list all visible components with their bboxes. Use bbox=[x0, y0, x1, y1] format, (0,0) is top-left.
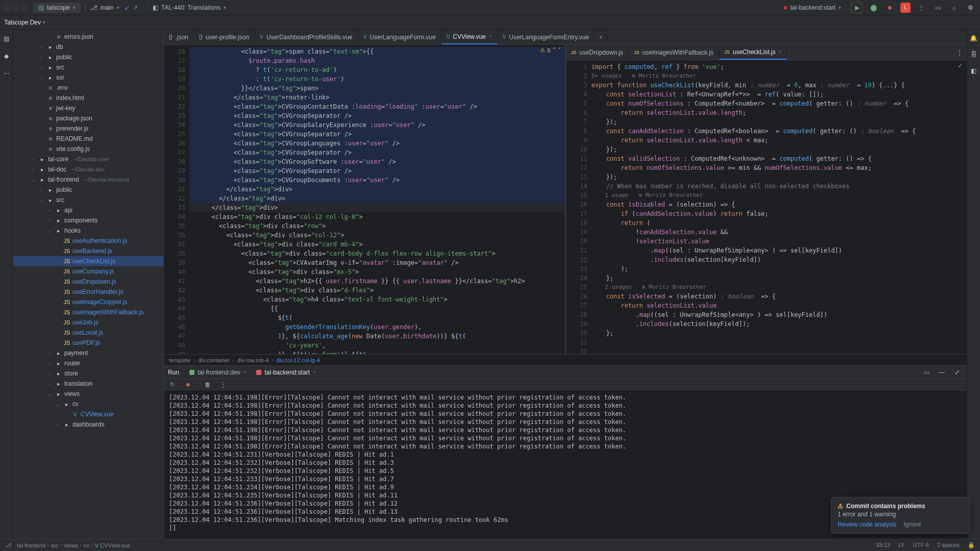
inspection-badge[interactable]: ⚠ 5 ˄ ˅ bbox=[540, 47, 560, 54]
more-icon[interactable]: ⋮ bbox=[957, 49, 963, 56]
code-view[interactable]: import { computed, ref } from 'vue';5+ u… bbox=[592, 60, 967, 354]
tree-file[interactable]: JSuseImagesWithFallback.js bbox=[13, 307, 163, 317]
up-icon[interactable]: ˄ bbox=[553, 47, 556, 54]
settings-icon[interactable]: ⚙ bbox=[965, 2, 976, 13]
cwm-avatar[interactable]: L bbox=[900, 3, 911, 13]
tree-file[interactable]: JSuseCheckList.js bbox=[13, 256, 163, 266]
tab-actions[interactable]: ⋮ bbox=[952, 45, 967, 60]
path-crumb[interactable]: V CVView.vue bbox=[95, 542, 131, 548]
editor-tab[interactable]: JSuseImagesWithFallback.js bbox=[629, 45, 719, 60]
vcs-update-icon[interactable]: ↙ bbox=[125, 4, 130, 11]
gradle-icon[interactable]: ◧ bbox=[968, 65, 979, 77]
project-tool-icon[interactable]: ▤ bbox=[1, 33, 13, 45]
editor-tab[interactable]: JSuseDropdown.js bbox=[566, 45, 629, 60]
tree-file[interactable]: ≡errors.json bbox=[13, 32, 163, 42]
editor-tab[interactable]: {}.json bbox=[164, 30, 194, 44]
path-crumb[interactable]: views bbox=[64, 542, 78, 548]
indent[interactable]: 2 spaces bbox=[937, 542, 960, 548]
tree-file[interactable]: ≡.env bbox=[13, 83, 163, 93]
editor-tab[interactable]: VUserDashboardProfileSkills.vue bbox=[255, 30, 358, 44]
review-link[interactable]: Review code analysis bbox=[838, 521, 896, 528]
tree-folder[interactable]: ›▸ssr bbox=[13, 72, 163, 83]
stop-icon[interactable]: ■ bbox=[182, 379, 193, 390]
readonly-icon[interactable]: 🔒 bbox=[968, 542, 975, 548]
tree-file[interactable]: ≡jwt-key bbox=[13, 103, 163, 113]
gutter[interactable]: 1234567891011121314151617181920212223242… bbox=[566, 60, 592, 354]
editor-pane-left[interactable]: ⚠ 5 ˄ ˅ 16171819202122232425262728293031… bbox=[164, 45, 566, 354]
file-path-crumbs[interactable]: tal-frontend › src › views › cv › V CVVi… bbox=[17, 542, 130, 548]
editor-tab[interactable]: VUserLanguageFormEntry.vue bbox=[498, 30, 595, 44]
notification-balloon[interactable]: ⚠ Commit contains problems 1 error and 1… bbox=[831, 497, 970, 534]
tree-folder[interactable]: ›▸dashboards bbox=[13, 419, 163, 430]
tree-file[interactable]: JSuseErrorHandler.js bbox=[13, 287, 163, 297]
editor-pane-right[interactable]: ✓ 12345678910111213141516171819202122232… bbox=[566, 60, 967, 354]
run-tab[interactable]: tal-backend:start× bbox=[252, 368, 320, 377]
editor-tab[interactable]: JSuseCheckList.js× bbox=[719, 45, 787, 60]
hide-icon[interactable]: ⤢ bbox=[951, 367, 963, 378]
vcs-icon[interactable]: ⎇ bbox=[5, 542, 12, 548]
tree-file[interactable]: ≡README.md bbox=[13, 134, 163, 144]
min-dot[interactable] bbox=[13, 5, 18, 10]
database-icon[interactable]: 🗄 bbox=[968, 49, 979, 60]
close-icon[interactable]: × bbox=[489, 34, 492, 39]
tree-file[interactable]: ≡prerender.js bbox=[13, 123, 163, 134]
tree-folder[interactable]: ›▸payment bbox=[13, 348, 163, 358]
tree-folder[interactable]: ›▸translation bbox=[13, 379, 163, 389]
close-icon[interactable]: × bbox=[779, 49, 782, 55]
tree-file[interactable]: JSuseDropdown.js bbox=[13, 277, 163, 287]
run-tab[interactable]: tal-frontend:dev× bbox=[185, 368, 250, 377]
vcs-push-icon[interactable]: ↗ bbox=[133, 4, 138, 11]
layout-icon[interactable]: ▭ bbox=[921, 367, 932, 378]
tree-folder[interactable]: ⌄▸views bbox=[13, 389, 163, 399]
max-dot[interactable] bbox=[21, 5, 27, 10]
breadcrumb-item[interactable]: div.col-12.col-lg-4 bbox=[276, 357, 320, 363]
more-run-icon[interactable]: ⋮ bbox=[217, 379, 229, 390]
window-controls[interactable] bbox=[4, 5, 27, 10]
path-crumb[interactable]: cv bbox=[84, 542, 89, 548]
tree-folder[interactable]: ›▸tal-doc~/Dev/tal-doc bbox=[13, 164, 163, 174]
branch-selector[interactable]: ⎇ main ▾ ↙ ↗ bbox=[85, 3, 143, 13]
tree-file[interactable]: JSuseCompany.js bbox=[13, 266, 163, 277]
tab-overflow[interactable]: ▾ bbox=[595, 30, 608, 44]
editor-breadcrumbs[interactable]: template › div.container › div.row.mb-4 … bbox=[164, 354, 967, 365]
tree-folder[interactable]: ›▸router bbox=[13, 358, 163, 368]
tree-folder[interactable]: ›▸src bbox=[13, 62, 163, 72]
close-icon[interactable]: × bbox=[313, 369, 316, 375]
task-tab[interactable]: ◧ TAL-440: Translations ▾ bbox=[148, 3, 232, 13]
commit-tool-icon[interactable]: ◆ bbox=[1, 50, 13, 62]
check-icon[interactable]: ✓ bbox=[958, 62, 963, 69]
line-ending[interactable]: LF bbox=[898, 542, 905, 548]
hide-panel-icon[interactable]: ▭ bbox=[932, 2, 943, 13]
project-tree[interactable]: ≡errors.json›▸db›▸public›▸src›▸ssr≡.env≡… bbox=[13, 30, 164, 539]
path-crumb[interactable]: src bbox=[51, 542, 59, 548]
editor-tab[interactable]: {}user-profile.json bbox=[194, 30, 255, 44]
close-dot[interactable] bbox=[4, 5, 10, 10]
tree-file[interactable]: JSuseBackend.js bbox=[13, 246, 163, 256]
chevron-down-icon[interactable]: ▾ bbox=[43, 20, 45, 25]
stop-button[interactable]: ■ bbox=[884, 2, 895, 13]
tree-folder[interactable]: ›▸db bbox=[13, 42, 163, 52]
tree-file[interactable]: JSusePDF.js bbox=[13, 338, 163, 348]
rerun-icon[interactable]: ↻ bbox=[167, 379, 178, 390]
editor-tab[interactable]: VCVView.vue× bbox=[442, 30, 498, 44]
notifications-icon[interactable]: 🔔 bbox=[968, 33, 979, 44]
run-config-selector[interactable]: ■ tal-backend:start ▾ bbox=[778, 3, 846, 13]
tree-file[interactable]: JSuseJob.js bbox=[13, 317, 163, 328]
tree-folder[interactable]: ⌄▸cv bbox=[13, 399, 163, 409]
run-button[interactable]: ▶ bbox=[851, 2, 863, 13]
close-icon[interactable]: × bbox=[243, 369, 246, 375]
editor-tab[interactable]: VUserLanguageForm.vue bbox=[358, 30, 442, 44]
path-crumb[interactable]: tal-frontend bbox=[17, 542, 45, 548]
minimize-icon[interactable]: — bbox=[936, 367, 947, 378]
down-icon[interactable]: ˅ bbox=[558, 47, 561, 54]
tree-folder[interactable]: ›▸components bbox=[13, 215, 163, 226]
caret-position[interactable]: 33:13 bbox=[876, 542, 890, 548]
tree-file[interactable]: JSuseAuthentication.js bbox=[13, 236, 163, 246]
breadcrumb-item[interactable]: template bbox=[169, 357, 190, 363]
ignore-link[interactable]: Ignore bbox=[903, 521, 921, 528]
code-view[interactable]: <class="tag">span class="text-sm">{{ $ro… bbox=[189, 45, 565, 354]
structure-tool-icon[interactable]: ⋯ bbox=[1, 67, 13, 80]
tree-file[interactable]: ≡vite.config.js bbox=[13, 144, 163, 154]
tree-file[interactable]: JSuseLocal.js bbox=[13, 328, 163, 338]
search-icon[interactable]: ⌕ bbox=[948, 2, 960, 13]
